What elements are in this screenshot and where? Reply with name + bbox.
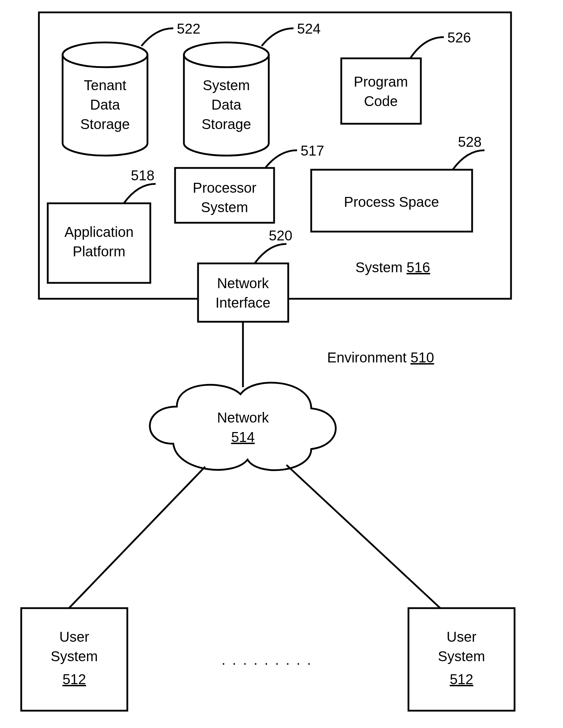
programcode-label-1: Program — [354, 74, 408, 89]
ref-517: 517 — [301, 143, 324, 158]
ref-520: 520 — [269, 228, 292, 243]
svg-point-3 — [184, 42, 269, 67]
netif-label-1: Network — [217, 275, 269, 291]
user-left-label-2: System — [51, 648, 98, 664]
appplatform-label-1: Application — [64, 224, 134, 240]
ref-522: 522 — [177, 21, 201, 36]
ref-518: 518 — [131, 168, 155, 183]
environment-label: Environment 510 — [327, 350, 434, 365]
svg-point-0 — [63, 42, 147, 67]
appplatform-label-2: Platform — [73, 244, 126, 259]
processor-label-1: Processor — [193, 180, 256, 196]
network-label: Network — [217, 410, 269, 425]
program-code-box — [341, 58, 421, 124]
user-right-label-1: User — [447, 629, 476, 645]
netif-label-2: Interface — [215, 295, 271, 310]
system-label: System 516 — [355, 260, 430, 275]
user-left-label-1: User — [59, 629, 89, 645]
system-data-storage: System Data Storage — [184, 42, 269, 156]
processspace-label: Process Space — [344, 194, 439, 210]
leadline-526 — [410, 37, 444, 58]
sysdata-label-3: Storage — [202, 116, 251, 132]
network-interface-box — [198, 263, 288, 322]
user-right-label-2: System — [438, 648, 485, 664]
user-right-ref: 512 — [450, 671, 474, 687]
leadline-517 — [265, 150, 297, 168]
user-left-ref: 512 — [63, 671, 86, 687]
tenant-label-2: Data — [90, 97, 120, 112]
ref-524: 524 — [297, 21, 321, 36]
tenant-label-3: Storage — [80, 116, 130, 132]
network-ref: 514 — [231, 429, 255, 445]
connector-cloud-user-right — [286, 465, 440, 608]
leadline-518 — [124, 184, 156, 203]
ellipsis: . . . . . . . . . — [222, 652, 313, 668]
ref-526: 526 — [447, 30, 471, 45]
leadline-524 — [262, 28, 294, 46]
processor-label-2: System — [201, 199, 248, 215]
tenant-label-1: Tenant — [84, 77, 126, 93]
system-architecture-diagram: Tenant Data Storage 522 System Data Stor… — [0, 0, 563, 728]
connector-cloud-user-left — [69, 467, 205, 608]
network-cloud: Network 514 — [150, 383, 336, 470]
leadline-522 — [141, 28, 173, 46]
sysdata-label-1: System — [203, 77, 250, 93]
tenant-data-storage: Tenant Data Storage — [63, 42, 147, 156]
sysdata-label-2: Data — [211, 97, 242, 112]
programcode-label-2: Code — [364, 93, 398, 109]
leadline-520 — [255, 244, 286, 263]
application-platform-box — [48, 203, 150, 283]
leadline-528 — [453, 150, 484, 170]
ref-528: 528 — [458, 134, 482, 150]
